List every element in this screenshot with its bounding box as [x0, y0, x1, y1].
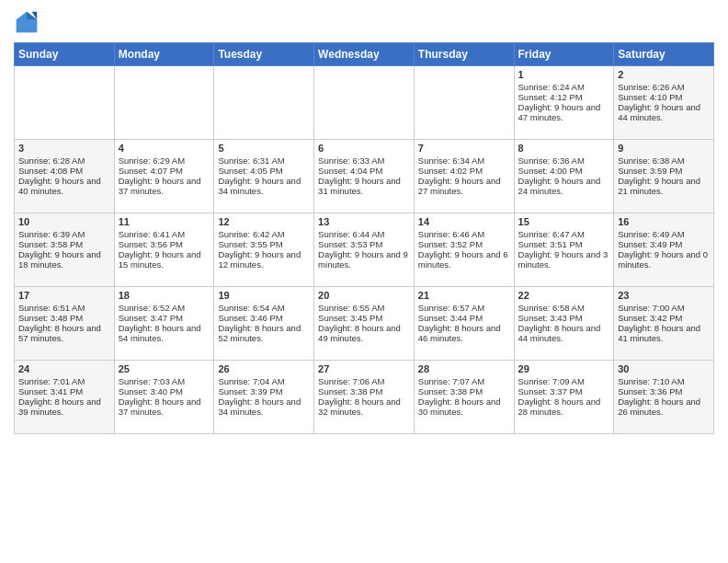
sunset: Sunset: 4:08 PM	[18, 166, 83, 176]
day-number: 11	[119, 216, 210, 227]
calendar-cell: 13 Sunrise: 6:44 AM Sunset: 3:53 PM Dayl…	[314, 213, 415, 287]
daylight: Daylight: 8 hours and 34 minutes.	[218, 396, 301, 417]
calendar-week-3: 10 Sunrise: 6:39 AM Sunset: 3:58 PM Dayl…	[15, 213, 714, 287]
daylight: Daylight: 9 hours and 18 minutes.	[18, 249, 101, 270]
header-saturday: Saturday	[614, 43, 714, 66]
sunset: Sunset: 3:49 PM	[618, 239, 682, 249]
calendar-cell: 11 Sunrise: 6:41 AM Sunset: 3:56 PM Dayl…	[114, 213, 214, 287]
calendar-cell	[114, 66, 214, 140]
daylight: Daylight: 8 hours and 37 minutes.	[119, 396, 201, 417]
calendar-cell: 23 Sunrise: 7:00 AM Sunset: 3:42 PM Dayl…	[614, 287, 714, 361]
sunrise: Sunrise: 7:09 AM	[518, 376, 585, 386]
header-wednesday: Wednesday	[314, 43, 415, 66]
day-number: 16	[618, 216, 710, 227]
calendar-cell: 10 Sunrise: 6:39 AM Sunset: 3:58 PM Dayl…	[15, 213, 115, 287]
sunrise: Sunrise: 7:03 AM	[119, 376, 185, 386]
day-number: 14	[418, 216, 510, 227]
calendar-week-5: 24 Sunrise: 7:01 AM Sunset: 3:41 PM Dayl…	[15, 361, 714, 434]
daylight: Daylight: 9 hours and 31 minutes.	[318, 176, 401, 196]
header-tuesday: Tuesday	[214, 43, 314, 66]
sunrise: Sunrise: 6:57 AM	[418, 303, 484, 313]
sunset: Sunset: 3:38 PM	[418, 386, 483, 396]
calendar-cell: 27 Sunrise: 7:06 AM Sunset: 3:38 PM Dayl…	[314, 361, 415, 434]
calendar-cell: 1 Sunrise: 6:24 AM Sunset: 4:12 PM Dayli…	[514, 66, 614, 140]
sunset: Sunset: 3:55 PM	[218, 239, 282, 249]
day-number: 29	[518, 363, 610, 374]
daylight: Daylight: 9 hours and 9 minutes.	[318, 249, 408, 270]
sunrise: Sunrise: 6:42 AM	[218, 229, 284, 239]
sunset: Sunset: 3:51 PM	[518, 239, 583, 249]
daylight: Daylight: 9 hours and 24 minutes.	[518, 176, 601, 196]
calendar-cell: 8 Sunrise: 6:36 AM Sunset: 4:00 PM Dayli…	[514, 140, 614, 213]
day-number: 4	[119, 143, 210, 154]
daylight: Daylight: 8 hours and 44 minutes.	[518, 323, 601, 343]
calendar-cell: 22 Sunrise: 6:58 AM Sunset: 3:43 PM Dayl…	[514, 287, 614, 361]
sunset: Sunset: 3:44 PM	[418, 313, 483, 323]
day-number: 7	[418, 143, 510, 154]
daylight: Daylight: 9 hours and 21 minutes.	[618, 176, 700, 196]
sunset: Sunset: 3:37 PM	[518, 386, 583, 396]
sunset: Sunset: 3:36 PM	[618, 386, 682, 396]
daylight: Daylight: 9 hours and 12 minutes.	[218, 249, 301, 270]
sunset: Sunset: 3:47 PM	[119, 313, 183, 323]
sunset: Sunset: 3:52 PM	[418, 239, 483, 249]
day-number: 3	[18, 143, 110, 154]
daylight: Daylight: 8 hours and 41 minutes.	[618, 323, 700, 343]
day-number: 27	[318, 363, 410, 374]
calendar-cell: 14 Sunrise: 6:46 AM Sunset: 3:52 PM Dayl…	[414, 213, 514, 287]
day-number: 18	[119, 290, 210, 301]
daylight: Daylight: 9 hours and 6 minutes.	[418, 249, 508, 270]
day-number: 25	[119, 363, 210, 374]
day-number: 22	[518, 290, 610, 301]
sunrise: Sunrise: 6:44 AM	[318, 229, 384, 239]
logo	[14, 9, 43, 35]
sunset: Sunset: 3:39 PM	[218, 386, 282, 396]
day-number: 20	[318, 290, 410, 301]
svg-rect-2	[17, 19, 37, 32]
sunrise: Sunrise: 6:47 AM	[518, 229, 585, 239]
sunset: Sunset: 4:12 PM	[518, 92, 583, 102]
header-monday: Monday	[114, 43, 214, 66]
day-number: 28	[418, 363, 510, 374]
weekday-header-row: Sunday Monday Tuesday Wednesday Thursday…	[15, 43, 714, 66]
calendar-cell	[214, 66, 314, 140]
calendar-cell: 16 Sunrise: 6:49 AM Sunset: 3:49 PM Dayl…	[614, 213, 714, 287]
calendar-cell: 4 Sunrise: 6:29 AM Sunset: 4:07 PM Dayli…	[114, 140, 214, 213]
daylight: Daylight: 8 hours and 26 minutes.	[618, 396, 700, 417]
calendar-cell: 6 Sunrise: 6:33 AM Sunset: 4:04 PM Dayli…	[314, 140, 415, 213]
sunset: Sunset: 3:58 PM	[18, 239, 83, 249]
sunrise: Sunrise: 6:28 AM	[18, 155, 85, 166]
header	[14, 9, 714, 35]
calendar-cell: 19 Sunrise: 6:54 AM Sunset: 3:46 PM Dayl…	[214, 287, 314, 361]
day-number: 12	[218, 216, 310, 227]
header-sunday: Sunday	[15, 43, 115, 66]
day-number: 21	[418, 290, 510, 301]
sunset: Sunset: 4:04 PM	[318, 166, 382, 176]
daylight: Daylight: 8 hours and 52 minutes.	[218, 323, 301, 343]
daylight: Daylight: 8 hours and 39 minutes.	[18, 396, 101, 417]
sunrise: Sunrise: 6:52 AM	[119, 303, 185, 313]
sunrise: Sunrise: 7:06 AM	[318, 376, 384, 386]
day-number: 2	[618, 69, 710, 80]
sunrise: Sunrise: 7:01 AM	[18, 376, 85, 386]
sunrise: Sunrise: 6:26 AM	[618, 82, 684, 92]
calendar-table: Sunday Monday Tuesday Wednesday Thursday…	[14, 42, 714, 434]
sunrise: Sunrise: 6:55 AM	[318, 303, 384, 313]
day-number: 13	[318, 216, 410, 227]
page: Sunday Monday Tuesday Wednesday Thursday…	[0, 0, 728, 563]
header-friday: Friday	[514, 43, 614, 66]
sunrise: Sunrise: 6:38 AM	[618, 155, 684, 166]
day-number: 30	[618, 363, 710, 374]
daylight: Daylight: 9 hours and 34 minutes.	[218, 176, 301, 196]
day-number: 23	[618, 290, 710, 301]
sunset: Sunset: 3:42 PM	[618, 313, 682, 323]
calendar-cell: 3 Sunrise: 6:28 AM Sunset: 4:08 PM Dayli…	[15, 140, 115, 213]
daylight: Daylight: 8 hours and 46 minutes.	[418, 323, 501, 343]
daylight: Daylight: 8 hours and 54 minutes.	[119, 323, 201, 343]
sunrise: Sunrise: 7:04 AM	[218, 376, 284, 386]
calendar-cell: 28 Sunrise: 7:07 AM Sunset: 3:38 PM Dayl…	[414, 361, 514, 434]
header-thursday: Thursday	[414, 43, 514, 66]
calendar-week-4: 17 Sunrise: 6:51 AM Sunset: 3:48 PM Dayl…	[15, 287, 714, 361]
daylight: Daylight: 9 hours and 3 minutes.	[518, 249, 609, 270]
calendar-cell	[15, 66, 115, 140]
